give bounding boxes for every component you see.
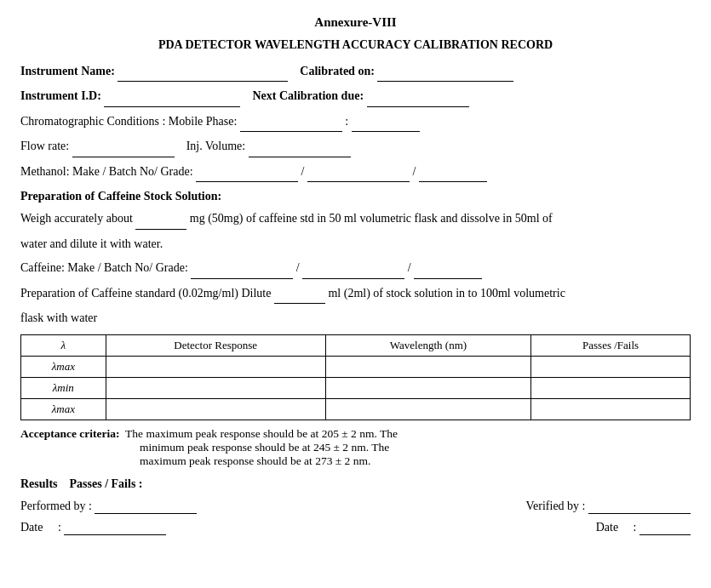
weigh-text-1: Weigh accurately about (20, 212, 133, 225)
passes-fails-cell[interactable] (531, 378, 691, 399)
date-field-2[interactable] (639, 521, 691, 535)
methanol-label: Methanol: Make / Batch No/ Grade: (20, 165, 193, 178)
main-title: PDA DETECTOR WAVELENGTH ACCURACY CALIBRA… (20, 38, 691, 52)
instrument-id-field[interactable] (104, 87, 240, 106)
methanol-field-2[interactable] (307, 163, 410, 182)
date-row: Date : Date : (20, 521, 691, 535)
col-wavelength-header: Wavelength (nm) (325, 335, 530, 357)
date-label-2: Date (596, 521, 618, 534)
weigh-unit: mg (50mg) of caffeine std in 50 ml volum… (190, 212, 553, 225)
annexure-title: Annexure-VIII (20, 15, 691, 30)
chromatographic-label: Chromatographic Conditions : Mobile Phas… (20, 115, 237, 128)
acceptance-line2: minimum peak response should be at 245 ±… (140, 441, 691, 454)
caffeine-field-3[interactable] (414, 259, 482, 278)
mobile-phase-field-1[interactable] (240, 112, 342, 132)
caffeine-field-1[interactable] (191, 259, 293, 278)
wavelength-cell[interactable] (325, 378, 530, 399)
verified-by-block: Verified by : (526, 500, 691, 514)
methanol-row: Methanol: Make / Batch No/ Grade: / / (20, 163, 691, 182)
verified-by-label: Verified by : (526, 500, 586, 512)
verified-by-field[interactable] (588, 500, 691, 514)
prep-std-text-1: Preparation of Caffeine standard (0.02mg… (20, 287, 271, 300)
calibrated-on-field[interactable] (377, 62, 513, 82)
flow-rate-label: Flow rate: (20, 140, 69, 152)
col-detector-header: Detector Response (106, 335, 325, 357)
instrument-name-field[interactable] (118, 62, 288, 82)
table-row: λmax (21, 399, 691, 420)
lambda-cell: λmax (21, 399, 106, 420)
results-label: Results (20, 477, 58, 490)
weigh-row-2: water and dilute it with water. (20, 235, 691, 254)
next-calibration-field[interactable] (367, 87, 469, 106)
instrument-id-label: Instrument I.D: (20, 89, 101, 102)
passes-fails-cell[interactable] (531, 399, 691, 420)
col-passes-header: Passes /Fails (531, 335, 691, 357)
inj-volume-field[interactable] (249, 137, 351, 157)
detector-response-cell[interactable] (106, 399, 325, 420)
instrument-name-row: Instrument Name: Calibrated on: (20, 62, 691, 82)
acceptance-line3: maximum peak response should be at 273 ±… (140, 454, 691, 468)
instrument-name-label: Instrument Name: (20, 65, 115, 77)
performed-by-field[interactable] (95, 500, 197, 514)
table-row: λmin (21, 378, 691, 399)
flow-rate-row: Flow rate: Inj. Volume: (20, 137, 691, 157)
lambda-cell: λmin (21, 378, 106, 399)
date-block-2: Date : (596, 521, 691, 535)
prep-std-unit: ml (2ml) of stock solution in to 100ml v… (328, 287, 565, 300)
mobile-phase-field-2[interactable] (352, 112, 420, 132)
table-row: λmax (21, 357, 691, 378)
date-colon-1: : (58, 521, 61, 534)
acceptance-label: Acceptance criteria: (20, 427, 120, 440)
performed-by-label: Performed by : (20, 500, 92, 512)
methanol-field-3[interactable] (419, 163, 487, 182)
chromatographic-row: Chromatographic Conditions : Mobile Phas… (20, 112, 691, 132)
caffeine-label: Caffeine: Make / Batch No/ Grade: (20, 261, 188, 274)
sign-row: Performed by : Verified by : (20, 500, 691, 514)
date-block-1: Date : (20, 521, 166, 535)
date-label-1: Date (20, 521, 43, 534)
prep-std-row-2: flask with water (20, 309, 691, 328)
lambda-cell: λmax (21, 357, 106, 378)
weigh-row: Weigh accurately about mg (50mg) of caff… (20, 209, 691, 229)
methanol-field-1[interactable] (196, 163, 298, 182)
caffeine-row: Caffeine: Make / Batch No/ Grade: / / (20, 259, 691, 278)
calibrated-on-label: Calibrated on: (300, 65, 375, 77)
inj-volume-label: Inj. Volume: (186, 140, 246, 152)
caffeine-field-2[interactable] (302, 259, 404, 278)
flow-rate-field[interactable] (72, 137, 175, 157)
performed-by-block: Performed by : (20, 500, 197, 514)
passes-fails-label: Passes / Fails : (70, 477, 143, 490)
detector-response-cell[interactable] (106, 357, 325, 378)
date-field-1[interactable] (64, 521, 166, 535)
weigh-field[interactable] (135, 209, 186, 229)
detector-response-cell[interactable] (106, 378, 325, 399)
preparation-heading: Preparation of Caffeine Stock Solution: (20, 187, 691, 206)
next-calibration-label: Next Calibration due: (252, 89, 364, 102)
instrument-id-row: Instrument I.D: Next Calibration due: (20, 87, 691, 106)
results-row: Results Passes / Fails : (20, 475, 691, 494)
wavelength-cell[interactable] (325, 357, 530, 378)
calibration-table: λ Detector Response Wavelength (nm) Pass… (20, 334, 691, 420)
acceptance-line1: The maximum peak response should be at 2… (125, 427, 398, 440)
prep-std-field[interactable] (274, 284, 325, 304)
col-lambda-header: λ (21, 335, 106, 357)
date-colon-2: : (634, 521, 637, 534)
prep-std-row: Preparation of Caffeine standard (0.02mg… (20, 284, 691, 304)
passes-fails-cell[interactable] (531, 357, 691, 378)
wavelength-cell[interactable] (325, 399, 530, 420)
acceptance-criteria: Acceptance criteria: The maximum peak re… (20, 427, 691, 468)
